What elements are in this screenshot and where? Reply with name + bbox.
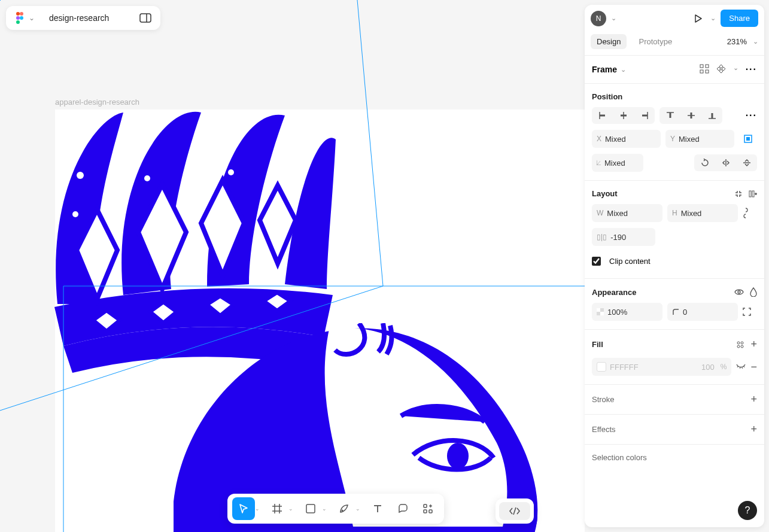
frame-type-label[interactable]: Frame — [592, 65, 617, 74]
absolute-position-icon[interactable] — [739, 130, 757, 148]
move-tool[interactable]: ⌄ — [232, 497, 255, 520]
link-dimensions-icon[interactable] — [743, 208, 757, 218]
selection-colors-section: Selection colors — [585, 445, 764, 470]
x-field[interactable]: XMixed — [592, 130, 661, 148]
rotate-icon[interactable] — [694, 154, 715, 171]
align-left-icon[interactable] — [592, 107, 613, 124]
dev-mode-toggle[interactable] — [496, 498, 534, 524]
individual-corners-icon[interactable] — [743, 308, 757, 316]
section-title: Position — [592, 92, 622, 101]
rotation-field[interactable]: ⟀Mixed — [592, 154, 643, 172]
section-title: Selection colors — [592, 453, 647, 462]
chevron-down-icon[interactable]: ⌄ — [29, 14, 35, 22]
svg-rect-46 — [600, 312, 604, 315]
section-title: Stroke — [592, 395, 615, 404]
align-top-icon[interactable] — [659, 107, 680, 124]
panel-toggle-icon[interactable] — [139, 13, 152, 23]
chevron-down-icon[interactable]: ⌄ — [753, 38, 758, 45]
svg-point-1 — [72, 211, 78, 217]
position-section: Position ··· XMixed YMixed ⟀Mixed — [585, 84, 764, 181]
styles-icon[interactable] — [736, 341, 744, 349]
section-title: Layout — [592, 189, 618, 198]
chevron-down-icon[interactable]: ⌄ — [288, 506, 293, 512]
section-title: Appearance — [592, 288, 636, 297]
appearance-section: Appearance 100% 0 — [585, 279, 764, 330]
figma-menu-icon[interactable] — [14, 11, 25, 25]
collapse-icon[interactable] — [734, 190, 743, 198]
text-tool[interactable] — [366, 497, 389, 520]
width-field[interactable]: WMixed — [592, 204, 662, 222]
flip-v-icon[interactable] — [736, 154, 757, 171]
svg-point-43 — [738, 291, 740, 293]
chevron-down-icon[interactable]: ⌄ — [255, 506, 260, 512]
chevron-down-icon[interactable]: ⌄ — [621, 66, 626, 74]
svg-point-15 — [20, 16, 23, 20]
y-field[interactable]: YMixed — [665, 130, 734, 148]
section-title: Fill — [592, 340, 603, 349]
svg-point-3 — [144, 175, 150, 181]
zoom-level[interactable]: 231% — [727, 37, 747, 46]
component-icon[interactable] — [716, 64, 726, 75]
autolayout-add-icon[interactable] — [749, 190, 757, 198]
chevron-down-icon[interactable]: ⌄ — [733, 64, 738, 75]
tab-prototype[interactable]: Prototype — [633, 34, 678, 49]
plus-icon[interactable]: + — [750, 423, 757, 436]
align-horizontal-group — [592, 107, 655, 124]
pen-tool[interactable]: ⌄ — [333, 497, 355, 520]
svg-point-0 — [77, 172, 84, 179]
stroke-section: Stroke + — [585, 385, 764, 415]
flip-h-icon[interactable] — [715, 154, 736, 171]
user-avatar[interactable]: N — [591, 11, 606, 26]
svg-rect-59 — [306, 504, 315, 513]
file-toolbar: ⌄ design-research — [6, 6, 160, 30]
hidden-icon[interactable] — [736, 364, 746, 370]
frame-tool[interactable]: ⌄ — [266, 497, 288, 520]
actions-tool[interactable] — [417, 497, 439, 520]
align-vcenter-icon[interactable] — [680, 107, 701, 124]
comment-tool[interactable] — [391, 497, 414, 520]
svg-rect-17 — [140, 14, 151, 22]
chevron-down-icon[interactable]: ⌄ — [710, 14, 716, 22]
chevron-down-icon[interactable]: ⌄ — [611, 14, 616, 22]
svg-line-52 — [740, 367, 741, 369]
more-icon[interactable]: ··· — [746, 110, 757, 121]
blend-icon[interactable] — [750, 287, 757, 297]
section-title: Effects — [592, 425, 616, 434]
plus-icon[interactable]: + — [750, 338, 757, 351]
shape-tool[interactable]: ⌄ — [299, 497, 322, 520]
fill-section: Fill + FFFFFF 100 % − — [585, 330, 764, 385]
more-icon[interactable]: ··· — [746, 64, 757, 75]
properties-panel: N ⌄ ⌄ Share Design Prototype 231% ⌄ Fram… — [585, 5, 764, 527]
svg-rect-21 — [700, 70, 703, 73]
share-button[interactable]: Share — [721, 10, 758, 27]
plus-icon[interactable]: + — [750, 393, 757, 406]
align-right-icon[interactable] — [634, 107, 655, 124]
svg-point-6 — [300, 166, 306, 172]
svg-point-60 — [342, 510, 344, 512]
svg-point-5 — [228, 169, 234, 175]
grid-icon[interactable] — [700, 64, 709, 75]
svg-line-54 — [744, 366, 744, 367]
corner-radius-field[interactable]: 0 — [667, 303, 738, 321]
clip-content-checkbox[interactable]: Clip content — [592, 252, 757, 270]
tab-design[interactable]: Design — [591, 34, 627, 49]
visibility-icon[interactable] — [734, 288, 744, 296]
present-icon[interactable] — [691, 11, 706, 26]
gap-field[interactable]: ▯|▯-190 — [592, 228, 655, 246]
chevron-down-icon[interactable]: ⌄ — [355, 506, 360, 512]
svg-point-47 — [737, 342, 740, 344]
file-title[interactable]: design-research — [49, 13, 109, 23]
canvas[interactable]: apparel-design-research — [0, 0, 585, 532]
help-button[interactable]: ? — [738, 501, 757, 520]
svg-line-51 — [737, 366, 738, 367]
chevron-down-icon[interactable]: ⌄ — [322, 506, 327, 512]
fill-color-field[interactable]: FFFFFF 100 % — [592, 358, 731, 376]
color-swatch[interactable] — [597, 362, 606, 372]
svg-point-49 — [737, 345, 740, 348]
svg-point-13 — [20, 12, 23, 16]
height-field[interactable]: HMixed — [667, 204, 738, 222]
minus-icon[interactable]: − — [750, 361, 757, 373]
align-bottom-icon[interactable] — [701, 107, 722, 124]
align-hcenter-icon[interactable] — [613, 107, 634, 124]
opacity-field[interactable]: 100% — [592, 303, 662, 321]
